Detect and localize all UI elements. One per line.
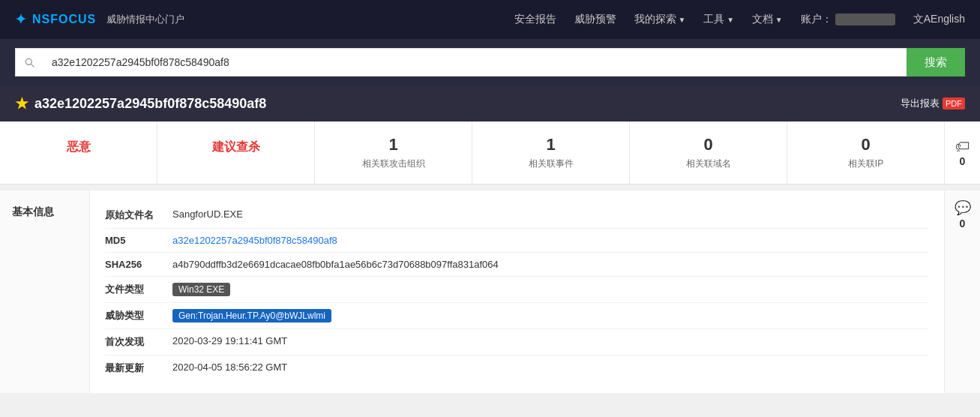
info-key-filetype: 文件类型 [105,283,172,296]
account-label: 账户： [801,13,832,26]
search-icon-wrap [15,48,43,76]
info-key-last-updated: 最新更新 [105,362,172,375]
stat-attack-org-number: 1 [322,135,464,154]
title-bar: ★ a32e1202257a2945bf0f878c58490af8 导出报表 … [0,86,980,122]
logo-icon: ✦ [15,11,26,28]
info-val-threattype: Gen:Trojan.Heur.TP.Ay0@bWJLwlmi [172,309,929,322]
info-key-threattype: 威胁类型 [105,309,172,322]
info-key-filename: 原始文件名 [105,208,172,222]
nav-docs[interactable]: 文档 [752,13,783,26]
filetype-badge: Win32 EXE [172,283,230,296]
info-row-md5: MD5 a32e1202257a2945bf0f878c58490af8 [105,229,929,253]
title-hash-area: ★ a32e1202257a2945bf0f878c58490af8 [15,94,266,112]
stat-ips-label: 相关联IP [795,158,937,170]
search-bar: 搜索 [0,39,980,86]
header: ✦ NSFOCUS 威胁情报中心门户 安全报告 威胁预警 我的探索 工具 文档 … [0,0,980,39]
search-input[interactable] [43,48,907,76]
comment-icon[interactable]: 💬 [955,200,971,216]
info-val-last-updated: 2020-04-05 18:56:22 GMT [172,362,929,373]
tag-count: 0 [960,155,966,167]
info-key-sha256: SHA256 [105,259,172,270]
stat-domains-label: 相关联域名 [637,158,779,170]
comment-count: 0 [960,218,966,230]
nav-items: 安全报告 威胁预警 我的探索 工具 文档 账户： 文AEnglish [514,13,965,26]
info-row-sha256: SHA256 a4b790ddffb3d2e6691dcacae08fb0bfa… [105,253,929,277]
stat-recommend-kill-label: 建议查杀 [165,140,307,155]
export-button[interactable]: 导出报表 PDF [901,97,965,110]
threattype-badge: Gen:Trojan.Heur.TP.Ay0@bWJLwlmi [172,309,331,322]
nav-tools[interactable]: 工具 [703,13,734,26]
info-row-first-seen: 首次发现 2020-03-29 19:11:41 GMT [105,329,929,356]
stat-events[interactable]: 1 相关联事件 [472,122,630,184]
info-table: 原始文件名 SangforUD.EXE MD5 a32e1202257a2945… [90,190,944,393]
nav-my-explore[interactable]: 我的探索 [634,13,686,26]
export-label: 导出报表 [901,97,940,110]
info-val-filetype: Win32 EXE [172,283,929,296]
stat-ips-number: 0 [795,135,937,154]
stats-main: 恶意 建议查杀 1 相关联攻击组织 1 相关联事件 0 相关联域名 0 相关联I… [0,122,944,184]
tag-icon: 🏷 [955,138,970,155]
stat-events-label: 相关联事件 [480,158,622,170]
tag-icon-cell[interactable]: 🏷 0 [944,122,980,184]
info-row-threattype: 威胁类型 Gen:Trojan.Heur.TP.Ay0@bWJLwlmi [105,303,929,329]
stat-attack-org[interactable]: 1 相关联攻击组织 [315,122,472,184]
nav-threat-warning[interactable]: 威胁预警 [574,13,616,26]
stat-recommend-kill: 建议查杀 [157,122,315,184]
info-val-sha256: a4b790ddffb3d2e6691dcacae08fb0bfa1ae56b6… [172,259,929,270]
stat-domains-number: 0 [637,135,779,154]
stat-ips[interactable]: 0 相关联IP [787,122,944,184]
logo-brand: NSFOCUS [32,13,96,26]
info-key-md5: MD5 [105,235,172,246]
right-panel: 💬 0 [944,190,980,393]
nav-account[interactable]: 账户： [801,13,895,26]
nav-language[interactable]: 文AEnglish [913,13,965,26]
basic-info-label: 基本信息 [0,190,90,393]
info-key-first-seen: 首次发现 [105,335,172,349]
search-icon [23,56,35,68]
export-pdf-icon: PDF [943,98,965,110]
section-divider [0,184,980,190]
info-row-last-updated: 最新更新 2020-04-05 18:56:22 GMT [105,356,929,381]
main-content: 基本信息 原始文件名 SangforUD.EXE MD5 a32e1202257… [0,190,980,393]
search-button[interactable]: 搜索 [907,48,965,76]
info-row-filename: 原始文件名 SangforUD.EXE [105,202,929,229]
stat-malicious: 恶意 [0,122,157,184]
info-val-filename: SangforUD.EXE [172,208,929,220]
logo-subtitle: 威胁情报中心门户 [106,13,184,26]
info-val-first-seen: 2020-03-29 19:11:41 GMT [172,335,929,346]
star-icon[interactable]: ★ [15,94,28,112]
stat-domains[interactable]: 0 相关联域名 [630,122,787,184]
stat-events-number: 1 [480,135,622,154]
nav-security-report[interactable]: 安全报告 [514,13,556,26]
info-row-filetype: 文件类型 Win32 EXE [105,277,929,303]
stats-section: 恶意 建议查杀 1 相关联攻击组织 1 相关联事件 0 相关联域名 0 相关联I… [0,122,980,184]
stat-attack-org-label: 相关联攻击组织 [322,158,464,170]
stat-malicious-label: 恶意 [7,140,149,155]
hash-value: a32e1202257a2945bf0f878c58490af8 [34,96,266,112]
account-placeholder [835,14,895,26]
logo-area: ✦ NSFOCUS 威胁情报中心门户 [15,11,184,28]
info-val-md5[interactable]: a32e1202257a2945bf0f878c58490af8 [172,235,929,246]
